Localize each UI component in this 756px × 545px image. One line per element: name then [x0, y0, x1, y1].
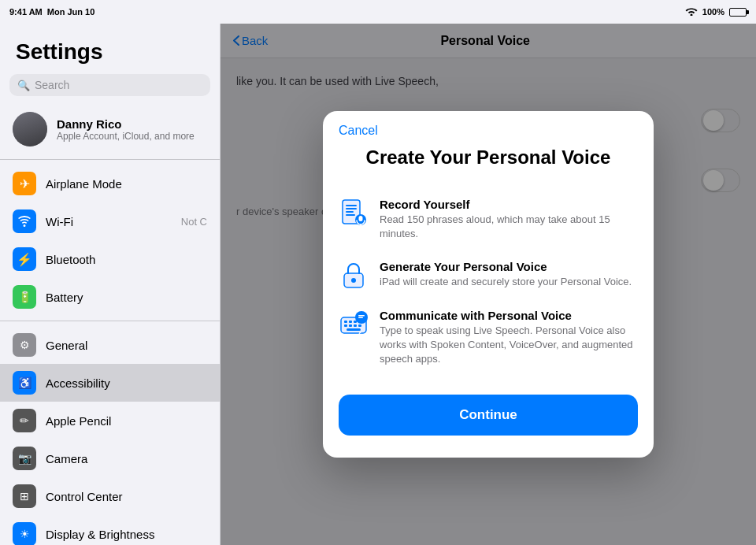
wifi-settings-icon: [13, 209, 36, 233]
modal-items: Record Yourself Read 150 phrases aloud, …: [323, 188, 654, 376]
svg-rect-4: [346, 214, 355, 216]
modal-item-title-generate: Generate Your Personal Voice: [380, 260, 638, 273]
sidebar-item-airplane-mode[interactable]: ✈ Airplane Mode: [0, 165, 220, 202]
svg-point-10: [351, 278, 356, 283]
sidebar-title: Settings: [0, 24, 220, 71]
continue-button[interactable]: Continue: [339, 395, 638, 436]
cancel-button[interactable]: Cancel: [339, 124, 378, 138]
app-frame: Settings 🔍 Search Danny Rico Apple Accou…: [0, 24, 756, 545]
search-bar[interactable]: 🔍 Search: [9, 74, 210, 96]
modal-item-desc-communicate: Type to speak using Live Speech. Persona…: [380, 324, 638, 367]
record-icon: [339, 198, 369, 228]
avatar: [13, 112, 47, 146]
modal-item-communicate: Communicate with Personal Voice Type to …: [339, 299, 638, 376]
battery-percent: 100%: [702, 7, 724, 17]
user-info: Danny Rico Apple Account, iCloud, and mo…: [57, 117, 207, 142]
sidebar-item-label: Battery: [46, 291, 207, 304]
sidebar-item-label: Display & Brightness: [46, 528, 207, 541]
sidebar-item-battery[interactable]: 🔋 Battery: [0, 278, 220, 316]
date-display: Mon Jun 10: [47, 7, 95, 17]
modal-item-desc-record: Read 150 phrases aloud, which may take a…: [380, 213, 638, 241]
sidebar-item-label: Camera: [46, 452, 207, 465]
modal-item-title-record: Record Yourself: [380, 198, 638, 211]
display-icon: ☀: [13, 522, 36, 545]
sidebar-item-camera[interactable]: 📷 Camera: [0, 439, 220, 477]
main-content: Back Personal Voice like you. It can be …: [220, 24, 756, 545]
svg-rect-17: [349, 324, 352, 327]
sidebar-item-value: Not C: [181, 216, 207, 228]
sidebar-item-wifi[interactable]: Wi-Fi Not C: [0, 202, 220, 240]
sidebar-item-label: Bluetooth: [46, 253, 207, 266]
sidebar-item-general[interactable]: ⚙ General: [0, 326, 220, 364]
keyboard-icon: [339, 309, 369, 339]
svg-rect-19: [358, 324, 361, 327]
user-subtitle: Apple Account, iCloud, and more: [57, 131, 207, 142]
modal-item-generate: Generate Your Personal Voice iPad will c…: [339, 250, 638, 299]
pencil-icon: ✏: [13, 409, 36, 432]
svg-rect-6: [359, 216, 363, 221]
sidebar-item-label: Wi-Fi: [46, 215, 172, 228]
sidebar-item-apple-pencil[interactable]: ✏ Apple Pencil: [0, 402, 220, 439]
svg-rect-2: [346, 208, 357, 209]
camera-icon: 📷: [13, 447, 36, 470]
svg-rect-1: [346, 205, 357, 206]
sidebar-item-label: General: [46, 339, 207, 352]
lock-icon: [339, 260, 369, 290]
general-icon: ⚙: [13, 333, 36, 357]
modal-item-title-communicate: Communicate with Personal Voice: [380, 309, 638, 322]
airplane-icon: ✈: [13, 172, 36, 195]
bluetooth-icon: ⚡: [13, 247, 36, 271]
battery-icon: [729, 8, 747, 17]
divider-1: [0, 159, 220, 160]
user-profile[interactable]: Danny Rico Apple Account, iCloud, and mo…: [0, 104, 220, 154]
svg-rect-18: [354, 324, 357, 327]
svg-rect-12: [344, 321, 347, 323]
sidebar-item-accessibility[interactable]: ♿ Accessibility: [0, 364, 220, 402]
modal-item-record: Record Yourself Read 150 phrases aloud, …: [339, 188, 638, 250]
modal-item-desc-generate: iPad will create and securely store your…: [380, 275, 638, 289]
control-center-icon: ⊞: [13, 484, 36, 508]
battery-settings-icon: 🔋: [13, 285, 36, 309]
status-bar: 9:41 AM Mon Jun 10 100%: [0, 0, 756, 24]
svg-rect-16: [344, 324, 347, 327]
modal-item-text-generate: Generate Your Personal Voice iPad will c…: [380, 260, 638, 289]
modal-dialog: Cancel Create Your Personal Voice: [323, 111, 654, 458]
search-input-placeholder: Search: [35, 79, 69, 91]
sidebar-item-bluetooth[interactable]: ⚡ Bluetooth: [0, 240, 220, 278]
time-display: 9:41 AM: [9, 7, 43, 17]
modal-item-text-record: Record Yourself Read 150 phrases aloud, …: [380, 198, 638, 241]
modal-title: Create Your Personal Voice: [323, 138, 654, 188]
modal-cancel-row: Cancel: [323, 111, 654, 138]
svg-rect-23: [358, 317, 363, 318]
svg-rect-3: [346, 211, 354, 213]
sidebar-item-label: Airplane Mode: [46, 177, 207, 191]
modal-item-text-communicate: Communicate with Personal Voice Type to …: [380, 309, 638, 367]
modal-overlay: Cancel Create Your Personal Voice: [220, 24, 756, 545]
sidebar-item-control-center[interactable]: ⊞ Control Center: [0, 477, 220, 515]
accessibility-icon: ♿: [13, 371, 36, 395]
svg-rect-20: [346, 328, 361, 331]
user-name: Danny Rico: [57, 117, 207, 131]
sidebar-item-label: Apple Pencil: [46, 414, 207, 428]
divider-2: [0, 321, 220, 321]
settings-list: ✈ Airplane Mode Wi-Fi Not C ⚡ Bluetooth …: [0, 165, 220, 545]
status-bar-left: 9:41 AM Mon Jun 10: [9, 7, 94, 17]
status-bar-right: 100%: [685, 6, 747, 17]
sidebar-item-label: Accessibility: [46, 376, 207, 390]
sidebar: Settings 🔍 Search Danny Rico Apple Accou…: [0, 24, 220, 545]
wifi-icon: [685, 6, 698, 17]
svg-rect-13: [349, 321, 352, 323]
svg-rect-22: [358, 315, 365, 317]
search-icon: 🔍: [17, 80, 30, 91]
sidebar-item-label: Control Center: [46, 490, 207, 503]
sidebar-item-display[interactable]: ☀ Display & Brightness: [0, 515, 220, 545]
